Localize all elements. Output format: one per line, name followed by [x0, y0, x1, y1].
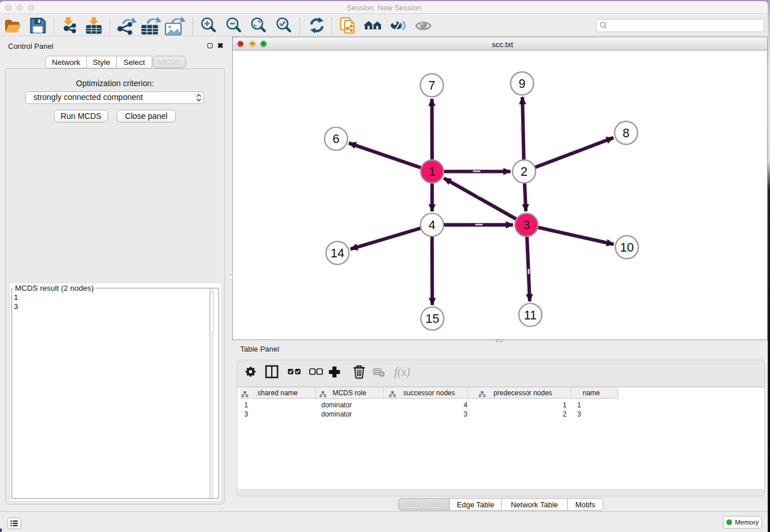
svg-text:9: 9: [519, 77, 526, 91]
svg-text:4: 4: [429, 218, 436, 232]
svg-text:3: 3: [523, 218, 530, 232]
svg-text:1: 1: [429, 165, 436, 179]
svg-text:10: 10: [620, 241, 634, 255]
svg-text:8: 8: [623, 126, 630, 140]
svg-text:11: 11: [524, 309, 537, 322]
svg-text:6: 6: [333, 132, 340, 146]
svg-text:7: 7: [429, 79, 436, 92]
svg-text:f(x): f(x): [394, 365, 410, 379]
svg-text:14: 14: [330, 246, 344, 260]
svg-text:15: 15: [425, 312, 439, 326]
svg-text:2: 2: [521, 165, 528, 179]
